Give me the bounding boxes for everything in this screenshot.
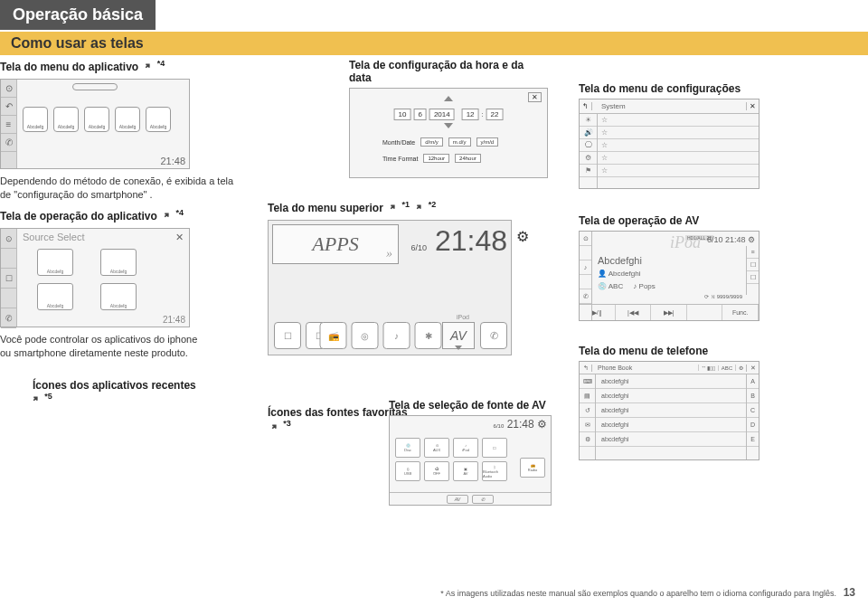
label-phone-menu: Tela do menu de telefone [579,345,796,357]
close-icon: ✕ [746,102,759,110]
mock-clock-config-screen: ✕ 10 6 2014 12: 22 Month/Date d/m/y m.d/… [349,88,548,178]
link-icon [412,201,425,216]
note-connection: Dependendo do método de conexão, é exibi… [0,175,235,201]
label-av-select: Tela de seleção de fonte de AV [389,399,579,412]
footnote: * As imagens utilizadas neste manual são… [440,586,855,601]
mock-top-menu-screen: APPS » 6/10 21:48 ⚙ ☐ ☐ 📻 ◎ ♪ ✱ iPod AV … [268,220,512,355]
chevron-icon: » [386,247,392,261]
link-icon [160,209,173,224]
fav-tile: 📻 [320,322,347,349]
mock-phone-menu-screen: ↰ Phone Book ᐩᐩ ▮▯▯ ABC ⚙ ✕ ⌨▤↺✉⚙ abcdef… [579,361,760,460]
mock-source-select-screen: ⊙☐✆ Source Select ✕ Abcdefg Abcdefg Abcd… [0,228,190,327]
arrow-up-icon [444,96,453,101]
av-button: AV [442,322,475,349]
gear-icon: ⚙ [516,228,529,245]
fav-tile: ◎ [352,322,379,349]
fav-tile: ♪ [383,322,410,349]
close-icon: ✕ [175,232,184,243]
label-app-operation: Tela de operação do aplicativo *4 [0,208,235,224]
phone-button: ✆ [480,322,507,349]
label-app-menu: Tela do menu do aplicativo *4 [0,59,235,75]
link-icon [141,60,154,75]
back-icon: ↰ [580,365,592,372]
page-number: 13 [844,586,855,599]
label-top-menu: Tela do menu superior *1 *2 [268,200,539,216]
back-icon: ↰ [580,102,592,110]
chevron-down-icon [455,346,462,350]
label-av-operation: Tela de operação de AV [579,214,796,227]
label-clock-config: Tela de configuração da hora e da data [349,59,539,84]
link-icon [386,201,399,216]
mock-app-menu-screen: ⊙↶≡✆ Abcdefg Abcdefg Abcdefg Abcdefg Abc… [0,79,190,169]
label-recent-icons: Ícones dos aplicativos recentes *5 [33,379,235,408]
mock-av-select-screen: 6/10 21:48 ⚙ 💿Disc ⊙AUX ♪iPod ☐ ⎙USB ⏻OF… [389,415,552,506]
fav-tile: ✱ [415,322,442,349]
mock-settings-screen: ↰System✕ ☀🔊🖵⚙⚑ ☆☆☆☆☆ [579,99,760,189]
apps-button: APPS » [272,224,399,264]
app-tile: ☐ [274,322,301,349]
section-title: Operação básica [0,0,156,30]
close-icon: ✕ [746,365,759,372]
link-icon [29,393,42,408]
clock-text: 21:48 [160,156,185,166]
clock-display: 6/10 21:48 [411,224,508,258]
arrow-down-icon [444,123,453,128]
note-control: Você pode controlar os aplicativos do ip… [0,333,199,359]
link-icon [268,421,280,436]
section-subtitle: Como usar as telas [0,32,868,55]
label-settings-menu: Tela do menu de configurações [579,82,796,95]
mock-av-operation-screen: ⊙♪✆ iPod HD1/ALL 22 6/10 21:48 ⚙ Abcdefg… [579,231,760,321]
close-icon: ✕ [528,92,542,102]
